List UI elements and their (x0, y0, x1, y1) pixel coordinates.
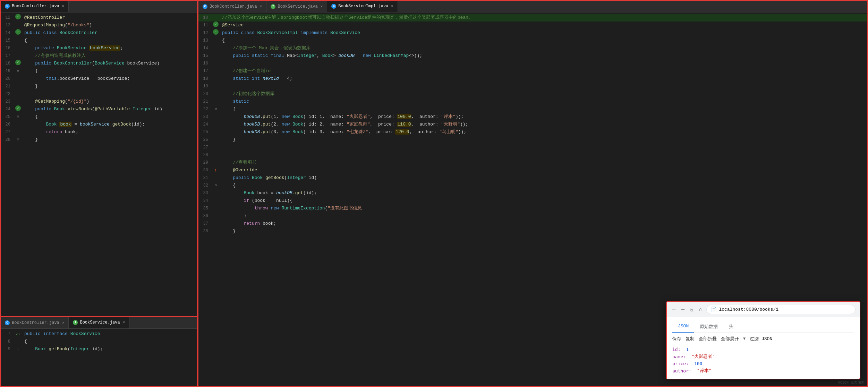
fold-r-22[interactable]: ⊖ (215, 105, 217, 113)
code-line-27: 27 return book; (1, 128, 197, 136)
code-line-r-34: 34 if (book == null){ (198, 197, 867, 205)
refresh-button[interactable]: ↻ (689, 306, 695, 314)
tab-label-right-2: BookService.java (278, 4, 317, 9)
top-left-panel: C BookController.java × 12 ✓ @RestContro… (1, 1, 197, 317)
close-tab-bookservice-bottom[interactable]: × (123, 320, 125, 325)
back-button[interactable]: ← (671, 306, 677, 313)
code-line-r-37: 37 return book; (198, 220, 867, 227)
gutter-r-12: ✓ (213, 29, 219, 35)
line-content-27: return book; (22, 128, 197, 136)
code-line-r-13: 13 { (198, 37, 867, 44)
code-line-r-11: 11 ✓ @Service (198, 22, 867, 29)
line-content-r-13: { (219, 37, 867, 44)
code-line-r-18: 18 static int nextId = 4; (198, 75, 867, 83)
gutter-r-11: ✓ (213, 22, 219, 27)
right-tab-bar: C BookController.java × I BookService.ja… (198, 1, 867, 12)
close-right-1[interactable]: × (260, 5, 262, 9)
collapse-all-btn[interactable]: 全部折叠 (699, 336, 717, 342)
code-line-21: 21 } (1, 83, 197, 90)
tab-bookcontroller-top[interactable]: C BookController.java × (1, 1, 69, 12)
expand-all-btn[interactable]: 全部展开 (721, 336, 739, 342)
code-line-r-33: 33 Book book = bookDB.get(id); (198, 189, 867, 197)
code-line-r-32: 32 ⊖ { (198, 182, 867, 189)
json-key-id: id: (672, 347, 680, 352)
line-content-r-31: public Book getBook(Integer id) (219, 174, 867, 182)
json-value-author: "岸本" (697, 368, 712, 374)
code-line-r-29: 29 //查看图书 (198, 159, 867, 166)
line-content-15: { (22, 37, 197, 44)
fold-28[interactable]: ⊖ (17, 136, 19, 144)
json-content: id: 1 name: "火影忍者" price: 100 (672, 346, 854, 375)
code-line-22: 22 (1, 90, 197, 98)
tab-raw[interactable]: 原始数据 (694, 321, 723, 333)
code-line-r-23: 23 bookDB.put(1, new Book( id: 1, name: … (198, 113, 867, 121)
line-content-r-25: bookDB.put(3, new Book( id: 3, name: "七龙… (219, 128, 867, 136)
tab-json[interactable]: JSON (672, 321, 694, 333)
left-panel: C BookController.java × 12 ✓ @RestContro… (0, 0, 198, 387)
code-line-r-17: 17 //创建一个自增id (198, 67, 867, 75)
code-line-bl-8: 8 { (1, 338, 197, 345)
fold-19[interactable]: ⊖ (17, 67, 19, 75)
gutter-18: ✓ (15, 60, 21, 65)
close-tab-bookcontroller-bottom[interactable]: × (62, 321, 65, 325)
line-content-bl-7: public interface BookService (22, 330, 197, 338)
json-row-name: name: "火影忍者" (672, 353, 854, 360)
fold-r-32[interactable]: ⊖ (215, 182, 217, 189)
tab-bookcontroller-bottom[interactable]: C BookController.java × (1, 317, 69, 328)
close-right-3[interactable]: × (391, 4, 393, 8)
code-line-19: 19 ⊖ { (1, 67, 197, 75)
line-content-17: //有参构造完成依赖注入 (22, 52, 197, 60)
code-line-16: 16 private BookService bookService; (1, 44, 197, 52)
tab-bookservice-right[interactable]: I BookService.java × (266, 1, 327, 12)
line-content-24: public Book viewBooks(@PathVariable Inte… (22, 105, 197, 113)
code-line-r-25: 25 bookDB.put(3, new Book( id: 3, name: … (198, 128, 867, 136)
line-content-r-14: //添加一个 Map 集合，假设为数据库 (219, 44, 867, 52)
gutter-r-30: ↑ (214, 166, 217, 174)
line-content-23: @GetMapping("/{id}") (22, 98, 197, 105)
line-content-r-38: } (219, 227, 867, 235)
line-content-bl-9: Book getBook(Integer id); (22, 345, 197, 353)
top-left-tab-bar: C BookController.java × (1, 1, 197, 12)
url-text: localhost:8080/books/1 (719, 307, 778, 312)
line-content-r-10: //添加这个@Service注解，springboot就可以自动扫描这个Serv… (219, 14, 867, 22)
fold-25[interactable]: ⊖ (17, 113, 19, 121)
line-content-12: @RestController (22, 14, 197, 22)
line-content-14: public class BookController (22, 29, 197, 37)
gutter-bl-9: ↓ (17, 345, 19, 353)
code-line-r-30: 30 ↑ @Override (198, 166, 867, 174)
code-line-12: 12 ✓ @RestController (1, 14, 197, 22)
code-line-r-16: 16 (198, 60, 867, 67)
filter-json-btn[interactable]: 过滤 JSON (750, 336, 772, 342)
close-right-2[interactable]: × (321, 5, 323, 9)
tab-bookservice-bottom[interactable]: I BookService.java × (69, 317, 129, 328)
gutter-14: ✓ (15, 29, 21, 35)
code-line-r-19: 19 (198, 83, 867, 90)
code-line-r-27: 27 (198, 144, 867, 151)
copy-btn[interactable]: 复制 (686, 336, 695, 342)
line-content-r-22: { (219, 105, 867, 113)
code-line-24: 24 ✓ public Book viewBooks(@PathVariable… (1, 105, 197, 113)
tab-bookserviceimpl-right[interactable]: C BookServiceImpl.java × (327, 1, 398, 12)
home-button[interactable]: ⌂ (698, 306, 704, 313)
main-layout: C BookController.java × 12 ✓ @RestContro… (0, 0, 868, 387)
forward-button[interactable]: → (680, 306, 686, 313)
close-tab-top-left[interactable]: × (62, 4, 65, 8)
tab-headers[interactable]: 头 (723, 321, 739, 333)
code-line-bl-9: 9 ↓ Book getBook(Integer id); (1, 345, 197, 353)
code-line-28: 28 ⊖ } (1, 136, 197, 144)
code-line-r-20: 20 //初始化这个数据库 (198, 90, 867, 98)
tab-bookcontroller-right[interactable]: C BookController.java × (198, 1, 266, 12)
line-content-bl-8: { (22, 338, 197, 345)
json-key-price: price: (672, 361, 689, 366)
code-line-r-24: 24 bookDB.put(2, new Book( id: 2, name: … (198, 121, 867, 128)
code-line-bl-7: 7 ✓↓ public interface BookService (1, 330, 197, 338)
line-content-r-18: static int nextId = 4; (219, 75, 867, 83)
save-btn[interactable]: 保存 (672, 336, 681, 342)
tab-label-right-3: BookServiceImpl.java (338, 4, 388, 9)
code-line-r-31: 31 public Book getBook(Integer id) (198, 174, 867, 182)
url-bar[interactable]: 📄 localhost:8080/books/1 (706, 305, 856, 314)
line-content-r-35: throw new RuntimeException("没有此图书信息 (219, 205, 867, 212)
line-content-r-11: @Service (219, 22, 867, 29)
line-content-r-23: bookDB.put(1, new Book( id: 1, name: "火影… (219, 113, 867, 121)
json-row-id: id: 1 (672, 346, 854, 353)
